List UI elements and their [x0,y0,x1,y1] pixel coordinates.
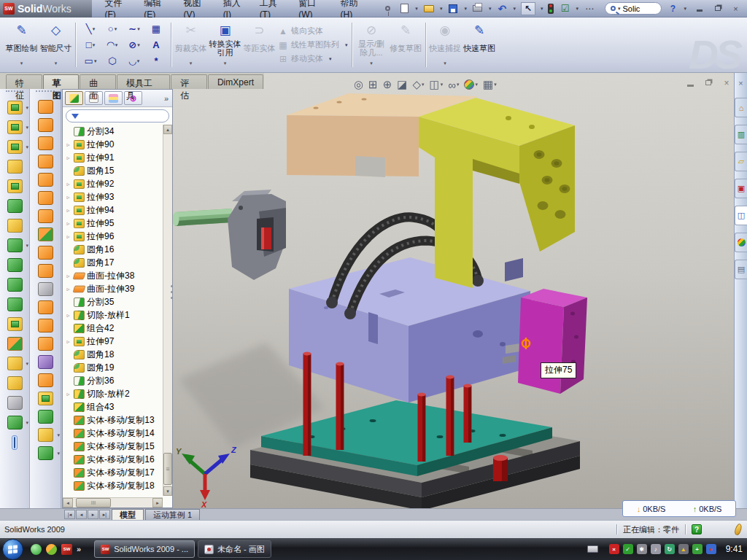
scene-icon[interactable]: ▦▾ [483,78,497,91]
scroll-right-icon[interactable]: ▸ [152,498,163,508]
taskbar-paint-button[interactable]: 未命名 - 画图 [198,540,271,558]
rebuild-icon[interactable] [548,4,554,14]
panel-splitter-handle[interactable] [170,285,173,304]
dropdown-arrow-icon[interactable]: ▾ [137,58,140,64]
design-library-tab[interactable]: ▱ [735,152,747,171]
thicken-icon[interactable] [38,410,53,424]
open-dropdown-icon[interactable]: ▾ [440,6,443,12]
planar-surface-icon[interactable] [38,191,53,205]
model-locating-pin[interactable] [493,455,508,481]
expand-arrow-icon[interactable]: ▹ [65,286,71,292]
tree-item[interactable]: ▹拉伸96 [64,230,162,243]
dropdown-arrow-icon[interactable]: ▾ [26,420,28,426]
manager-tabs-overflow-icon[interactable]: » [164,94,170,103]
scroll-down-icon[interactable]: ▾ [163,486,172,496]
sync-icon[interactable]: ↻ [665,544,675,554]
wizard-icon[interactable] [38,428,53,442]
join-icon[interactable] [7,317,23,331]
expand-arrow-icon[interactable]: ▹ [65,233,71,240]
dropdown-arrow-icon[interactable]: ▾ [26,144,28,150]
hole-wizard-icon[interactable] [7,219,23,233]
delete-body-icon[interactable] [7,376,23,390]
tab-mold-tools[interactable]: 模具工具 [117,74,170,89]
slot-tool-icon[interactable]: ▭▾ [80,53,101,69]
tree-item[interactable]: ▹拉伸93 [64,190,162,203]
dropdown-arrow-icon[interactable]: ▾ [55,59,58,68]
tree-item[interactable]: 分割36 [64,374,162,387]
search-dropdown-icon[interactable]: ▾ [618,6,621,12]
scrollbar-thumb[interactable] [163,453,172,485]
tab-dimxpert[interactable]: DimXpert [208,74,263,89]
solidworks-resources-tab[interactable]: ▥ [735,125,747,144]
tab-evaluate[interactable]: 评估 [171,74,207,89]
tree-item[interactable]: 分割34 [64,125,162,138]
appearances-icon[interactable]: ▾ [464,79,478,90]
expand-arrow-icon[interactable]: ▹ [65,181,71,187]
split-body-icon[interactable] [7,258,23,272]
swept-surface-icon[interactable] [38,100,53,114]
antivirus-shield-icon[interactable]: ✓ [623,544,633,554]
tree-item[interactable]: 圆角15 [64,164,162,177]
defender-icon[interactable]: + [692,544,703,554]
dropdown-arrow-icon[interactable]: ▾ [441,82,444,88]
spline-surface-icon[interactable] [38,446,53,460]
tree-item[interactable]: 圆角18 [64,348,162,361]
tree-item[interactable]: 实体-移动/复制14 [64,427,162,440]
polygon-tool-icon[interactable]: ⬡ [101,53,123,69]
appearances-tab[interactable] [735,233,747,252]
draft-icon[interactable] [7,199,23,213]
messenger-icon[interactable]: ● [706,544,716,554]
lofted-surface-icon[interactable] [38,155,53,168]
quick-tips-icon[interactable]: ? [692,524,702,534]
undo-dropdown-icon[interactable]: ▾ [513,6,516,12]
task-pane-close-icon[interactable]: × [738,79,743,90]
print-button[interactable] [472,2,484,15]
circle-tool-icon[interactable]: ○▾ [101,21,123,37]
dropdown-arrow-icon[interactable]: ▾ [93,42,96,48]
tree-item[interactable]: 圆角19 [64,361,162,374]
feature-manager-tab[interactable] [65,91,83,105]
first-tab-button[interactable]: |◂ [64,510,75,519]
expand-arrow-icon[interactable]: ▹ [65,207,71,214]
close-button[interactable]: × [729,3,743,14]
dropdown-arrow-icon[interactable]: ▾ [494,82,497,88]
undo-button[interactable]: ↶ [496,2,508,15]
line-tool-icon[interactable]: ╲▾ [80,21,101,37]
file-explorer-tab[interactable]: ◫ [735,206,747,225]
dropdown-arrow-icon[interactable]: ▾ [93,26,96,32]
zoom-selection-icon[interactable]: ⊕ [383,78,392,91]
tree-vertical-scrollbar[interactable]: ▴ ▾ [163,125,172,496]
move-copy-body-icon[interactable] [7,337,23,351]
minimize-button[interactable] [692,3,706,14]
prev-tab-button[interactable]: ◂ [76,510,87,519]
security-center-icon[interactable]: × [609,544,619,554]
tree-item[interactable]: ▹拉伸94 [64,203,162,217]
graphics-area[interactable]: Y Z X ◎⊞⊕◪◇▾◫▾∞▾▾▦▾ × 拉伸75 [173,73,734,508]
tree-item[interactable]: ▹曲面-拉伸38 [64,269,162,282]
curve-icon[interactable] [7,396,23,410]
convert-entities-button[interactable]: ▣转换实体引用▾ [208,19,242,71]
insert-part-icon[interactable] [7,357,23,370]
fillet-icon[interactable] [7,140,23,154]
border-select-tool-icon[interactable]: ▦ [145,21,167,37]
select-dropdown-icon[interactable]: ▾ [541,6,543,12]
text-tool-icon[interactable]: A [145,37,167,53]
expand-arrow-icon[interactable]: ▹ [65,155,71,161]
tree-horizontal-scrollbar[interactable]: ◂ III ▸ [63,497,163,508]
assembly-3d-scene[interactable]: Y Z X [173,89,734,508]
tree-item[interactable]: 组合42 [64,322,162,335]
extruded-boss-icon[interactable] [7,101,23,114]
messenger-launch-icon[interactable] [31,544,42,555]
tree-item[interactable]: ▹拉伸92 [64,177,162,190]
tab-sketch[interactable]: 草图 [43,74,80,89]
extend-surface-icon[interactable] [38,264,53,278]
taskbar-solidworks-button[interactable]: SWSolidWorks 2009 - ... [94,540,195,558]
expand-arrow-icon[interactable]: ▹ [65,220,71,227]
doc-restore-button[interactable] [703,77,714,88]
tree-item[interactable]: 组合43 [64,400,162,413]
measure-icon[interactable] [12,435,18,450]
smart-dimension-button[interactable]: ◇智能尺寸▾ [39,19,73,71]
tree-item[interactable]: ▹拉伸91 [64,151,162,164]
tree-item[interactable]: 实体-移动/复制13 [64,413,162,427]
save-dropdown-icon[interactable]: ▾ [464,6,467,12]
